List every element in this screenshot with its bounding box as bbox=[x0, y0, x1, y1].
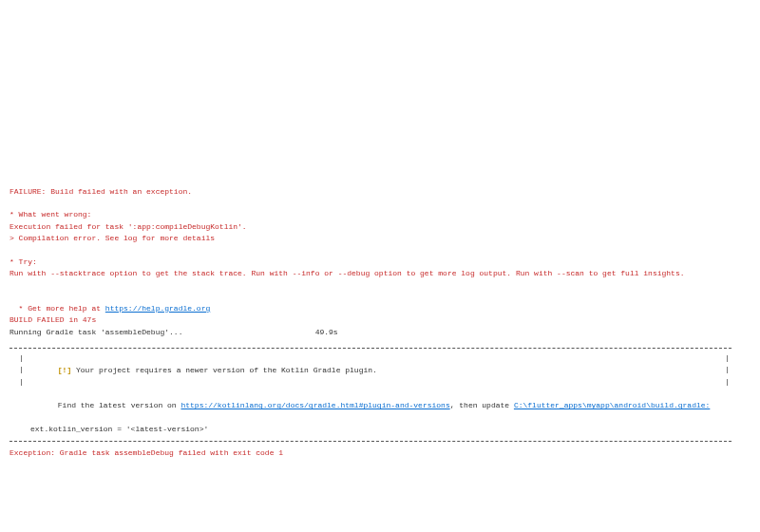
notice-line-1: [!] Your project requires a newer versio… bbox=[30, 353, 732, 389]
blank-line bbox=[10, 279, 760, 291]
kotlin-version-notice-box: [!] Your project requires a newer versio… bbox=[10, 348, 732, 442]
build-gradle-path-link[interactable]: C:\flutter_apps\myapp\android\build.grad… bbox=[514, 401, 710, 409]
build-failed-line: BUILD FAILED in 47s bbox=[10, 314, 760, 326]
compilation-error-line: > Compilation error. See log for more de… bbox=[10, 233, 760, 244]
notice-line-2-mid: , then update bbox=[450, 401, 514, 409]
notice-line-3: ext.kotlin_version = '<latest-version>' bbox=[30, 424, 732, 435]
running-task-line: Running Gradle task 'assembleDebug'... 4… bbox=[10, 327, 760, 338]
kotlin-docs-link[interactable]: https://kotlinlang.org/docs/gradle.html#… bbox=[180, 401, 449, 409]
failure-header: FAILURE: Build failed with an exception. bbox=[10, 186, 760, 198]
section-try: * Try: bbox=[10, 256, 760, 268]
section-help: * Get more help at https://help.gradle.o… bbox=[10, 291, 760, 314]
blank-line bbox=[10, 198, 760, 209]
notice-text-1: Your project requires a newer version of… bbox=[71, 366, 377, 374]
exception-line: Exception: Gradle task assembleDebug fai… bbox=[10, 447, 760, 459]
section-what-went-wrong: * What went wrong: bbox=[10, 209, 760, 220]
try-hint-line: Run with --stacktrace option to get the … bbox=[10, 268, 760, 279]
warn-badge-icon: [!] bbox=[58, 366, 71, 374]
failed-task-line: Execution failed for task ':app:compileD… bbox=[10, 221, 760, 233]
help-prefix: * Get more help at bbox=[19, 304, 105, 313]
blank-line bbox=[10, 245, 760, 256]
notice-line-2: Find the latest version on https://kotli… bbox=[30, 389, 732, 424]
help-link[interactable]: https://help.gradle.org bbox=[105, 304, 210, 313]
notice-line-2-prefix: Find the latest version on bbox=[58, 401, 181, 409]
